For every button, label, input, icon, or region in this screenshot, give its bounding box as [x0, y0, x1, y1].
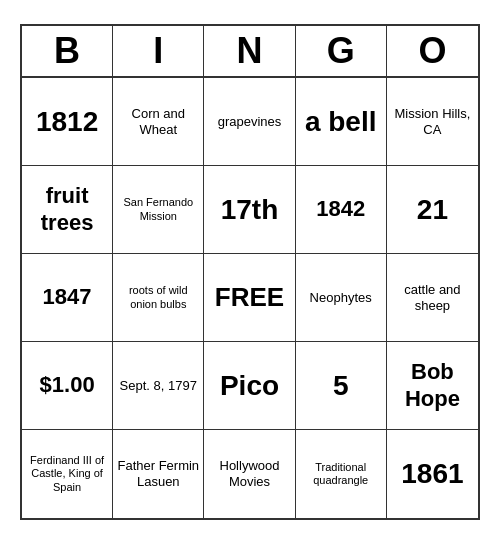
bingo-cell-19: Bob Hope	[387, 342, 478, 430]
bingo-grid: 1812Corn and Wheatgrapevinesa bellMissio…	[22, 78, 478, 518]
bingo-cell-0: 1812	[22, 78, 113, 166]
bingo-cell-6: San Fernando Mission	[113, 166, 204, 254]
bingo-card: BINGO 1812Corn and Wheatgrapevinesa bell…	[20, 24, 480, 520]
bingo-cell-21: Father Fermin Lasuen	[113, 430, 204, 518]
bingo-cell-11: roots of wild onion bulbs	[113, 254, 204, 342]
bingo-cell-3: a bell	[296, 78, 387, 166]
bingo-cell-1: Corn and Wheat	[113, 78, 204, 166]
bingo-cell-24: 1861	[387, 430, 478, 518]
header-letter-g: G	[296, 26, 387, 76]
bingo-cell-9: 21	[387, 166, 478, 254]
bingo-cell-4: Mission Hills, CA	[387, 78, 478, 166]
header-letter-o: O	[387, 26, 478, 76]
bingo-cell-15: $1.00	[22, 342, 113, 430]
bingo-cell-22: Hollywood Movies	[204, 430, 295, 518]
bingo-cell-10: 1847	[22, 254, 113, 342]
bingo-cell-17: Pico	[204, 342, 295, 430]
bingo-cell-23: Traditional quadrangle	[296, 430, 387, 518]
header-letter-i: I	[113, 26, 204, 76]
bingo-cell-14: cattle and sheep	[387, 254, 478, 342]
header-letter-b: B	[22, 26, 113, 76]
bingo-cell-2: grapevines	[204, 78, 295, 166]
bingo-cell-20: Ferdinand III of Castle, King of Spain	[22, 430, 113, 518]
bingo-cell-13: Neophytes	[296, 254, 387, 342]
bingo-cell-7: 17th	[204, 166, 295, 254]
bingo-cell-16: Sept. 8, 1797	[113, 342, 204, 430]
bingo-cell-8: 1842	[296, 166, 387, 254]
bingo-header: BINGO	[22, 26, 478, 78]
bingo-cell-5: fruit trees	[22, 166, 113, 254]
bingo-cell-12: FREE	[204, 254, 295, 342]
header-letter-n: N	[204, 26, 295, 76]
bingo-cell-18: 5	[296, 342, 387, 430]
